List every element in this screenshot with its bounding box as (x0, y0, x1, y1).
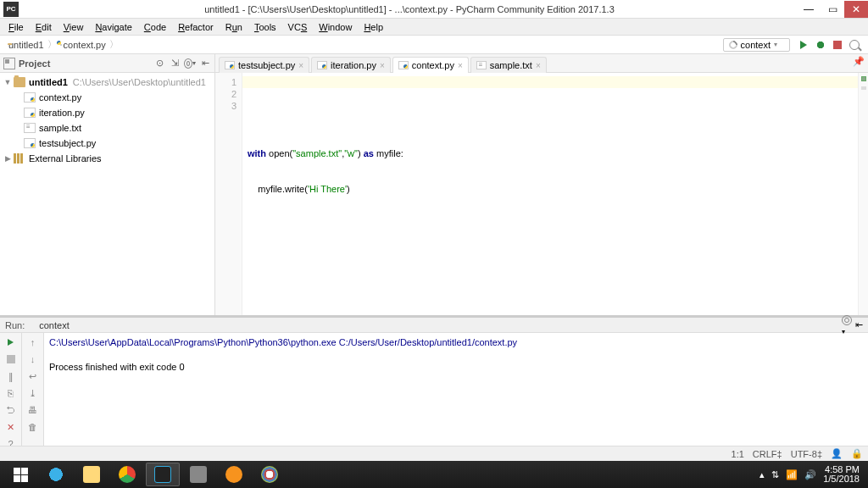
stop-icon (7, 355, 15, 363)
file-encoding[interactable]: UTF-8‡ (791, 449, 822, 459)
statusbar: 1:1 CRLF‡ UTF-8‡ 👤 🔒 (0, 446, 868, 461)
close-run-button[interactable]: ✕ (5, 421, 17, 433)
caret-position[interactable]: 1:1 (732, 449, 744, 459)
debug-button[interactable] (814, 38, 827, 52)
run-button[interactable] (797, 38, 810, 52)
menu-file[interactable]: File (3, 20, 29, 34)
search-everywhere-button[interactable] (848, 38, 861, 52)
tree-file-label: context.py (39, 92, 81, 103)
taskbar-paint[interactable] (253, 463, 287, 486)
hide-button[interactable]: ⇤ (199, 58, 211, 69)
settings-button[interactable]: ▾ (184, 58, 196, 69)
rerun-button[interactable] (5, 336, 17, 348)
project-header: Project ⊙ ⇲ ▾ ⇤ (0, 54, 214, 73)
menu-edit[interactable]: Edit (31, 20, 57, 34)
scroll-to-end-button[interactable]: ⤓ (27, 387, 39, 399)
wifi-icon[interactable]: 📶 (786, 469, 798, 480)
tree-file[interactable]: sample.txt (0, 120, 214, 136)
tray-up-icon[interactable]: ▴ (760, 469, 765, 480)
titlebar: PC untitled1 - [C:\Users\User\Desktop\un… (0, 0, 868, 19)
pin-icon[interactable]: 📌 (853, 56, 865, 67)
menu-view[interactable]: View (58, 20, 89, 34)
tree-file[interactable]: context.py (0, 90, 214, 105)
down-stack-button[interactable]: ↓ (27, 353, 39, 365)
menu-help[interactable]: Help (359, 20, 388, 34)
taskbar-chrome[interactable] (110, 463, 144, 486)
menu-code[interactable]: Code (139, 20, 171, 34)
close-button[interactable]: ✕ (844, 1, 868, 18)
clear-all-button[interactable]: 🗑 (27, 421, 39, 433)
expand-icon[interactable]: ▼ (3, 78, 12, 86)
breadcrumb-file[interactable]: context.py (58, 40, 108, 50)
print-button[interactable]: 🖶 (27, 404, 39, 416)
console-output[interactable]: C:\Users\User\AppData\Local\Programs\Pyt… (44, 333, 868, 450)
run-config-dropdown[interactable]: context ▾ (723, 38, 790, 52)
line-separator[interactable]: CRLF‡ (753, 449, 782, 459)
breadcrumb-file-label: context.py (64, 40, 106, 50)
taskbar-explorer[interactable] (75, 463, 108, 486)
app-icon (190, 466, 207, 483)
run-settings-button[interactable]: ▾ (842, 315, 852, 336)
tab-testsubject[interactable]: testsubject.py × (219, 57, 309, 73)
error-stripe[interactable] (858, 73, 868, 315)
python-file-icon (24, 108, 36, 118)
menu-run[interactable]: Run (220, 20, 248, 34)
run-hide-button[interactable]: ⇤ (855, 319, 863, 330)
breadcrumb-root[interactable]: untitled1 (5, 40, 46, 50)
tab-label: iteration.py (331, 60, 376, 70)
project-tree[interactable]: ▼ untitled1 C:\Users\User\Desktop\untitl… (0, 73, 214, 315)
network-icon[interactable]: ⇅ (771, 469, 779, 480)
maximize-button[interactable]: ▭ (821, 1, 844, 18)
code-line: myfile.write('Hi There') (248, 183, 853, 195)
system-tray[interactable]: ▴ ⇅ 📶 🔊 4:58 PM 1/5/2018 (760, 465, 865, 484)
collapse-all-button[interactable]: ⇲ (169, 58, 181, 69)
tab-context[interactable]: context.py × (392, 57, 469, 73)
taskbar-media[interactable] (217, 463, 251, 486)
lock-icon[interactable]: 🔒 (851, 448, 863, 459)
taskbar-pycharm[interactable] (146, 463, 180, 486)
close-icon[interactable]: × (380, 61, 385, 70)
tree-file[interactable]: iteration.py (0, 105, 214, 120)
python-file-icon (24, 138, 36, 148)
taskbar-app5[interactable] (181, 463, 215, 486)
tab-iteration[interactable]: iteration.py × (311, 57, 391, 73)
tree-external-libs[interactable]: ▶ External Libraries (0, 151, 214, 166)
taskbar-ie[interactable] (39, 463, 73, 486)
pause-button[interactable]: ‖ (5, 370, 17, 382)
restore-layout-button[interactable]: ⮌ (5, 404, 17, 416)
menu-tools[interactable]: Tools (249, 20, 281, 34)
folder-icon (83, 466, 100, 483)
expand-icon[interactable]: ▶ (3, 154, 12, 163)
menu-navigate[interactable]: Navigate (90, 20, 136, 34)
dump-threads-button[interactable]: ⎘ (5, 387, 17, 399)
line-number: 2 (215, 88, 242, 100)
stop-button[interactable] (831, 38, 844, 52)
tree-file[interactable]: testsubject.py (0, 136, 214, 151)
minimize-button[interactable]: — (797, 1, 821, 18)
tree-root[interactable]: ▼ untitled1 C:\Users\User\Desktop\untitl… (0, 75, 214, 90)
start-button[interactable] (3, 463, 37, 486)
up-stack-button[interactable]: ↑ (27, 336, 39, 348)
menu-vcs[interactable]: VCS (283, 20, 313, 34)
close-icon[interactable]: × (536, 61, 541, 70)
code-area[interactable]: with open("sample.txt","w") as myfile: m… (242, 73, 858, 315)
tree-file-label: iteration.py (39, 108, 85, 118)
inspection-indicator-icon[interactable]: 👤 (831, 448, 843, 459)
code-line (248, 112, 853, 124)
soft-wrap-button[interactable]: ↩ (27, 370, 39, 382)
volume-icon[interactable]: 🔊 (804, 469, 816, 480)
clock[interactable]: 4:58 PM 1/5/2018 (823, 465, 860, 484)
scroll-from-source-button[interactable]: ⊙ (153, 58, 165, 69)
menu-window[interactable]: Window (314, 20, 357, 34)
run-config-name: context (39, 320, 69, 330)
project-tool-icon (3, 58, 15, 69)
tab-sample[interactable]: sample.txt × (470, 57, 547, 73)
menu-refactor[interactable]: Refactor (173, 20, 219, 34)
close-icon[interactable]: × (298, 61, 303, 70)
stop-button[interactable] (5, 353, 17, 365)
pycharm-icon (154, 466, 171, 483)
project-sidebar: Project ⊙ ⇲ ▾ ⇤ ▼ untitled1 C:\Users\Use… (0, 54, 215, 315)
run-config-icon (726, 38, 738, 50)
gutter[interactable]: 1 2 3 (215, 73, 242, 315)
close-icon[interactable]: × (458, 61, 463, 70)
